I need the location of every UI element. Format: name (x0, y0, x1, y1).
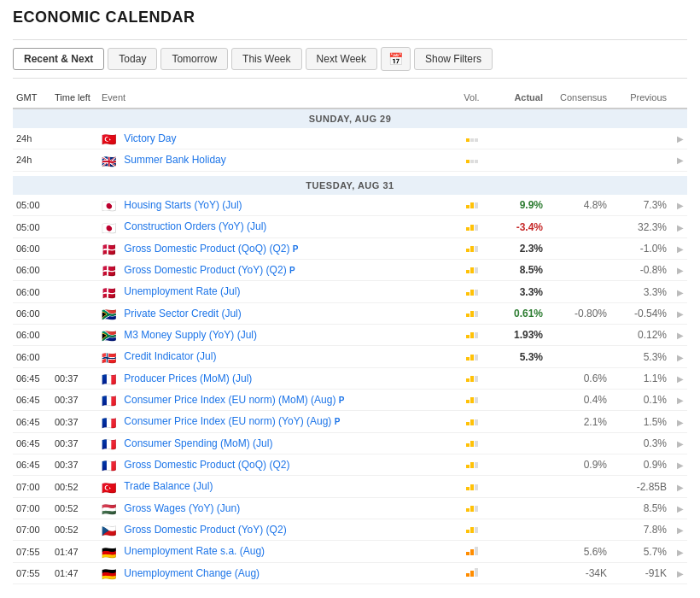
event-cell[interactable]: 🇳🇴 Credit Indicator (Jul) (98, 346, 452, 367)
event-link[interactable]: Gross Domestic Product (QoQ) (Q2) (124, 243, 289, 255)
table-row: 06:00 🇿🇦 Private Sector Credit (Jul) 0.6… (13, 302, 687, 324)
previous-cell: 1.5% (610, 411, 670, 432)
event-cell[interactable]: 🇫🇷 Consumer Spending (MoM) (Jul) (98, 432, 452, 454)
timeleft-cell: 00:37 (51, 432, 98, 454)
previous-cell: -2.85B (610, 476, 670, 497)
vol-cell (452, 150, 491, 171)
tab-next-week[interactable]: Next Week (306, 48, 377, 70)
event-link[interactable]: Victory Day (124, 132, 176, 144)
event-cell[interactable]: 🇯🇵 Housing Starts (YoY) (Jul) (98, 195, 452, 216)
event-cell[interactable]: 🇩🇰 Unemployment Rate (Jul) (98, 281, 452, 302)
event-link[interactable]: Consumer Price Index (EU norm) (MoM) (Au… (124, 394, 335, 406)
timeleft-cell (51, 260, 98, 281)
event-link[interactable]: Consumer Spending (MoM) (Jul) (124, 437, 272, 449)
day-header: TUESDAY, AUG 31 (13, 176, 687, 195)
event-cell[interactable]: 🇨🇿 Gross Domestic Product (YoY) (Q2) (98, 519, 452, 541)
arrow-cell: ▶ (670, 237, 687, 259)
show-filters-button[interactable]: Show Filters (414, 48, 493, 70)
consensus-cell (546, 237, 610, 259)
country-flag: 🇳🇴 (102, 352, 117, 363)
country-flag: 🇩🇪 (102, 568, 117, 579)
event-link[interactable]: Private Sector Credit (Jul) (124, 308, 241, 320)
event-link[interactable]: Producer Prices (MoM) (Jul) (124, 372, 252, 384)
event-link[interactable]: Trade Balance (Jul) (124, 480, 213, 492)
consensus-cell (546, 497, 610, 519)
event-link[interactable]: Gross Domestic Product (YoY) (Q2) (124, 264, 286, 276)
event-link[interactable]: Credit Indicator (Jul) (124, 350, 216, 362)
timeleft-cell: 00:52 (51, 519, 98, 541)
event-cell[interactable]: 🇿🇦 M3 Money Supply (YoY) (Jul) (98, 325, 452, 346)
timeleft-cell (51, 216, 98, 237)
gmt-cell: 06:00 (13, 302, 51, 324)
timeleft-cell: 00:37 (51, 367, 98, 389)
country-flag: 🇿🇦 (102, 308, 117, 320)
event-link[interactable]: Gross Domestic Product (YoY) (Q2) (124, 524, 286, 536)
actual-cell (491, 454, 546, 476)
event-link[interactable]: Consumer Price Index (EU norm) (YoY) (Au… (124, 415, 331, 427)
event-link[interactable]: M3 Money Supply (YoY) (Jul) (124, 329, 257, 341)
event-cell[interactable]: 🇭🇺 Gross Wages (YoY) (Jun) (98, 497, 452, 519)
header-previous: Previous (610, 87, 670, 108)
event-cell[interactable]: 🇫🇷 Consumer Price Index (EU norm) (MoM) … (98, 390, 452, 411)
event-cell[interactable]: 🇩🇪 Unemployment Rate s.a. (Aug) (98, 541, 452, 562)
event-cell[interactable]: 🇹🇷 Victory Day (98, 128, 452, 150)
table-row: 06:00 🇩🇰 Gross Domestic Product (QoQ) (Q… (13, 237, 687, 259)
event-cell[interactable]: 🇩🇰 Gross Domestic Product (YoY) (Q2) P (98, 260, 452, 281)
vol-cell (452, 281, 491, 302)
event-link[interactable]: Unemployment Rate s.a. (Aug) (124, 545, 265, 557)
vol-cell (452, 216, 491, 237)
event-cell[interactable]: 🇿🇦 Private Sector Credit (Jul) (98, 302, 452, 324)
country-flag: 🇩🇰 (102, 265, 117, 276)
vol-cell (452, 302, 491, 324)
event-cell[interactable]: 🇹🇷 Trade Balance (Jul) (98, 476, 452, 497)
previous-cell (610, 128, 670, 150)
gmt-cell: 24h (13, 150, 51, 171)
country-flag: 🇫🇷 (102, 460, 117, 471)
event-link[interactable]: Unemployment Change (Aug) (124, 567, 260, 579)
actual-cell (491, 411, 546, 432)
gmt-cell: 06:00 (13, 346, 51, 367)
event-cell[interactable]: 🇩🇰 Gross Domestic Product (QoQ) (Q2) P (98, 237, 452, 259)
gmt-cell: 06:45 (13, 432, 51, 454)
event-link[interactable]: Housing Starts (YoY) (Jul) (124, 199, 242, 211)
consensus-cell: -34K (546, 562, 610, 583)
consensus-cell: 5.6% (546, 541, 610, 562)
country-flag: 🇯🇵 (102, 222, 117, 233)
table-row: 24h 🇹🇷 Victory Day ▶ (13, 128, 687, 150)
tab-tomorrow[interactable]: Tomorrow (160, 48, 228, 70)
tab-today[interactable]: Today (108, 48, 157, 70)
calendar-icon-button[interactable]: 📅 (381, 47, 411, 71)
actual-cell: 5.3% (491, 346, 546, 367)
gmt-cell: 06:45 (13, 454, 51, 476)
vol-cell (452, 325, 491, 346)
header-arrow (670, 87, 687, 108)
table-row: 07:00 00:52 🇹🇷 Trade Balance (Jul) -2.85… (13, 476, 687, 497)
tab-recent-next[interactable]: Recent & Next (13, 48, 104, 70)
event-cell[interactable]: 🇫🇷 Gross Domestic Product (QoQ) (Q2) (98, 454, 452, 476)
arrow-cell: ▶ (670, 260, 687, 281)
event-cell[interactable]: 🇫🇷 Consumer Price Index (EU norm) (YoY) … (98, 411, 452, 432)
event-link[interactable]: Summer Bank Holiday (124, 154, 225, 166)
arrow-cell: ▶ (670, 128, 687, 150)
actual-cell (491, 541, 546, 562)
vol-cell (452, 260, 491, 281)
previous-cell: -0.8% (610, 260, 670, 281)
event-cell[interactable]: 🇩🇪 Unemployment Change (Aug) (98, 562, 452, 583)
event-cell[interactable]: 🇯🇵 Construction Orders (YoY) (Jul) (98, 216, 452, 237)
timeleft-cell: 00:52 (51, 476, 98, 497)
tab-this-week[interactable]: This Week (231, 48, 301, 70)
table-row: 06:00 🇳🇴 Credit Indicator (Jul) 5.3% 5.3… (13, 346, 687, 367)
previous-cell: 0.1% (610, 390, 670, 411)
vol-cell (452, 432, 491, 454)
actual-cell (491, 432, 546, 454)
event-link[interactable]: Construction Orders (YoY) (Jul) (124, 220, 266, 232)
event-link[interactable]: Gross Domestic Product (QoQ) (Q2) (124, 459, 289, 471)
event-cell[interactable]: 🇬🇧 Summer Bank Holiday (98, 150, 452, 171)
vol-cell (452, 237, 491, 259)
table-row: 07:00 00:52 🇨🇿 Gross Domestic Product (Y… (13, 519, 687, 541)
event-link[interactable]: Unemployment Rate (Jul) (124, 285, 240, 297)
previous-cell: 5.3% (610, 346, 670, 367)
event-cell[interactable]: 🇫🇷 Producer Prices (MoM) (Jul) (98, 367, 452, 389)
event-link[interactable]: Gross Wages (YoY) (Jun) (124, 502, 240, 514)
arrow-cell: ▶ (670, 195, 687, 216)
